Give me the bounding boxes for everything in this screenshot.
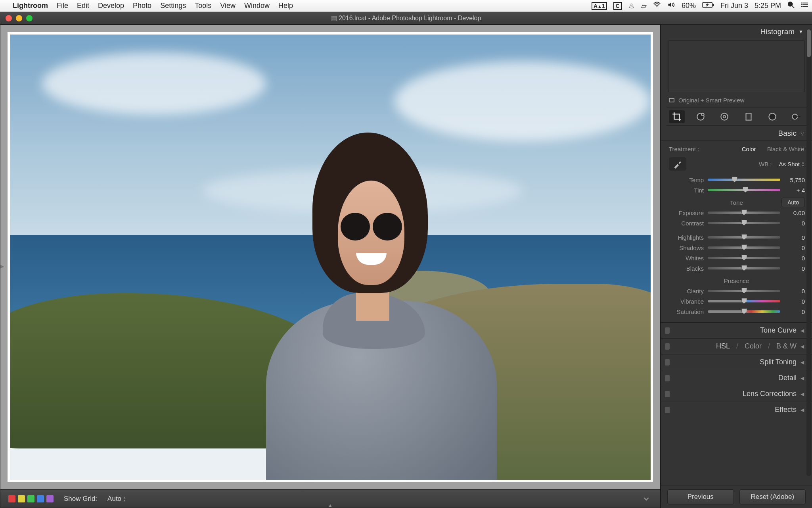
shadows-slider[interactable] — [708, 246, 780, 249]
label-green[interactable] — [27, 495, 34, 502]
wifi-icon[interactable] — [653, 2, 661, 10]
photo-frame — [8, 32, 653, 482]
image-viewport[interactable] — [0, 25, 660, 489]
adobe-cc-status-icon[interactable]: A▲1 — [592, 2, 607, 10]
blacks-value[interactable]: 0 — [784, 265, 805, 272]
radial-filter-tool[interactable] — [764, 110, 780, 123]
histogram-header[interactable]: Histogram▼ — [661, 25, 812, 39]
volume-icon[interactable] — [667, 2, 675, 10]
temp-slider[interactable] — [708, 179, 780, 181]
treatment-label: Treatment : — [669, 146, 699, 152]
chevron-left-icon: ◀ — [801, 344, 804, 349]
clarity-value[interactable]: 0 — [784, 288, 805, 294]
saturation-value[interactable]: 0 — [784, 308, 805, 315]
crop-tool[interactable] — [669, 110, 685, 123]
panel-switch-icon[interactable] — [665, 391, 670, 397]
color-label-picker[interactable] — [8, 495, 54, 502]
clock-time[interactable]: 5:25 PM — [755, 2, 781, 10]
whites-label: Whites — [668, 255, 704, 262]
menu-list-icon[interactable]: line{stroke:#222;stroke-width:2}circle{f… — [801, 2, 808, 10]
highlights-value[interactable]: 0 — [784, 234, 805, 241]
svg-point-0 — [657, 6, 658, 8]
battery-icon[interactable] — [702, 2, 714, 10]
menu-settings[interactable]: Settings — [160, 2, 186, 10]
vibrance-slider[interactable] — [708, 300, 780, 302]
detail-panel-header[interactable]: Detail◀ — [661, 370, 812, 386]
highlights-slider[interactable] — [708, 236, 780, 239]
blacks-slider[interactable] — [708, 267, 780, 269]
treatment-color[interactable]: Color — [742, 146, 756, 152]
whites-value[interactable]: 0 — [784, 255, 805, 262]
menu-edit[interactable]: Edit — [77, 2, 89, 10]
contrast-slider[interactable] — [708, 222, 780, 224]
whites-slider[interactable] — [708, 257, 780, 259]
menu-window[interactable]: Window — [244, 2, 270, 10]
previous-button[interactable]: Previous — [667, 489, 734, 504]
shadows-value[interactable]: 0 — [784, 244, 805, 251]
show-grid-dropdown[interactable]: Auto▴▾ — [107, 495, 126, 503]
window-titlebar: ▤ 2016.lrcat - Adobe Photoshop Lightroom… — [0, 12, 812, 25]
treatment-bw[interactable]: Black & White — [767, 146, 804, 152]
clock-date[interactable]: Fri Jun 3 — [720, 2, 748, 10]
filmstrip-toggle[interactable]: ▲ — [328, 502, 333, 508]
menu-tools[interactable]: Tools — [195, 2, 211, 10]
label-blue[interactable] — [37, 495, 44, 502]
preview-status-label: Original + Smart Preview — [678, 97, 744, 104]
panel-scrollbar[interactable] — [806, 29, 811, 476]
display-icon[interactable]: ▱ — [641, 2, 647, 10]
menu-photo[interactable]: Photo — [133, 2, 151, 10]
photo-preview — [10, 35, 651, 480]
menu-file[interactable]: File — [57, 2, 68, 10]
vibrance-label: Vibrance — [668, 298, 704, 305]
panel-switch-icon[interactable] — [665, 359, 670, 366]
menu-view[interactable]: View — [220, 2, 236, 10]
status-c-icon[interactable]: C — [613, 2, 622, 10]
chevron-left-icon: ◀ — [801, 407, 804, 413]
tonecurve-panel-header[interactable]: Tone Curve◀ — [661, 322, 812, 338]
panel-switch-icon[interactable] — [665, 343, 670, 350]
reset-button[interactable]: Reset (Adobe) — [739, 489, 806, 504]
label-purple[interactable] — [46, 495, 54, 502]
spotlight-icon[interactable] — [787, 1, 795, 10]
app-menu[interactable]: Lightroom — [13, 2, 48, 10]
wb-preset-dropdown[interactable]: As Shot▴▾ — [779, 161, 804, 167]
label-yellow[interactable] — [18, 495, 25, 502]
redeye-tool[interactable] — [716, 110, 732, 123]
histogram-display[interactable] — [668, 40, 805, 92]
panel-switch-icon[interactable] — [665, 375, 670, 381]
splittoning-panel-header[interactable]: Split Toning◀ — [661, 354, 812, 370]
develop-footer: Previous Reset (Adobe) — [661, 485, 812, 508]
adjustment-brush-tool[interactable] — [788, 110, 804, 123]
saturation-slider[interactable] — [708, 310, 780, 313]
basic-panel-header[interactable]: Basic▽ — [661, 126, 812, 141]
tone-auto-button[interactable]: Auto — [781, 198, 805, 207]
hsl-panel-header[interactable]: HSL/Color/B & W◀ — [661, 338, 812, 354]
spot-removal-tool[interactable] — [693, 110, 709, 123]
menu-develop[interactable]: Develop — [98, 2, 124, 10]
panel-switch-icon[interactable] — [665, 327, 670, 334]
panel-switch-icon[interactable] — [665, 407, 670, 413]
toolbar-options-dropdown[interactable] — [643, 496, 649, 502]
preview-status-icon — [669, 98, 674, 102]
menu-help[interactable]: Help — [278, 2, 293, 10]
left-panel-toggle[interactable]: ▶ — [0, 264, 5, 269]
clarity-slider[interactable] — [708, 290, 780, 292]
wb-eyedropper-tool[interactable] — [669, 157, 686, 171]
label-red[interactable] — [8, 495, 15, 502]
exposure-value[interactable]: 0.00 — [784, 210, 805, 216]
graduated-filter-tool[interactable] — [741, 110, 756, 123]
svg-point-17 — [792, 114, 797, 119]
scrollbar-thumb[interactable] — [807, 29, 811, 57]
effects-panel-header[interactable]: Effects◀ — [661, 402, 812, 418]
chevron-down-icon: ▼ — [799, 29, 803, 35]
temp-value[interactable]: 5,750 — [784, 177, 805, 183]
tint-value[interactable]: + 4 — [784, 187, 805, 194]
contrast-value[interactable]: 0 — [784, 220, 805, 227]
lenscorrections-panel-header[interactable]: Lens Corrections◀ — [661, 386, 812, 402]
exposure-slider[interactable] — [708, 212, 780, 214]
vibrance-value[interactable]: 0 — [784, 298, 805, 305]
backblaze-icon[interactable]: ♨ — [628, 2, 635, 10]
tint-slider[interactable] — [708, 189, 780, 191]
basic-panel-body: Treatment : Color Black & White WB : As … — [661, 141, 812, 322]
svg-point-14 — [723, 115, 726, 118]
